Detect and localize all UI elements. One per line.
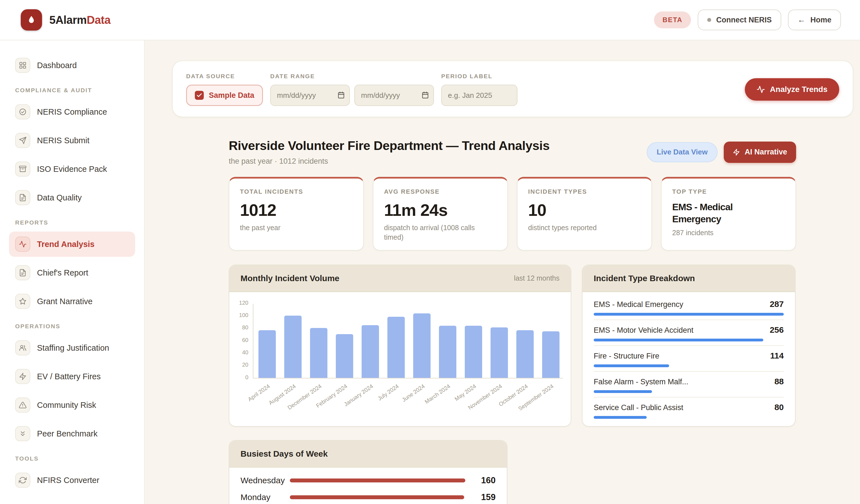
sidebar-item-label: Chief's Report — [37, 268, 88, 277]
day-bar-track — [290, 478, 465, 483]
ai-narrative-button[interactable]: AI Narrative — [724, 142, 796, 163]
month-bar — [516, 330, 534, 378]
month-bar — [542, 331, 559, 378]
day-name: Monday — [241, 492, 290, 502]
month-bar — [258, 330, 276, 378]
sample-data-label: Sample Data — [209, 91, 254, 100]
sidebar-item-label: Staffing Justification — [37, 343, 109, 352]
file-icon — [15, 190, 30, 205]
app-logo — [21, 9, 42, 31]
sidebar-item-chiefs-report[interactable]: Chief's Report — [9, 260, 135, 285]
stat-sub: distinct types reported — [528, 223, 629, 233]
monthly-incident-volume-panel: Monthly Incident Volume last 12 months 0… — [229, 264, 571, 427]
month-bar — [439, 326, 456, 378]
star-icon — [15, 294, 30, 309]
sidebar-item-trend-analysis[interactable]: Trend Analysis — [9, 232, 135, 257]
sidebar-item-dashboard[interactable]: Dashboard — [9, 53, 135, 78]
sidebar-item-label: NFIRS Converter — [37, 476, 99, 485]
incident-type-name: EMS - Medical Emergency — [594, 300, 684, 309]
sidebar-item-label: Dashboard — [37, 61, 77, 70]
live-data-view-label: Live Data View — [657, 148, 708, 156]
stat-sub: dispatch to arrival (1008 calls timed) — [384, 223, 485, 242]
sidebar-item-neris-compliance[interactable]: NERIS Compliance — [9, 99, 135, 125]
incident-type-count: 114 — [770, 351, 784, 360]
period-input[interactable] — [441, 85, 517, 106]
sidebar-item-label: NERIS Submit — [37, 136, 89, 145]
y-tick-label: 80 — [242, 324, 248, 331]
stat-sub: 287 incidents — [672, 228, 773, 238]
data-source-label: DATA SOURCE — [186, 73, 263, 80]
sidebar-item-label: EV / Battery Fires — [37, 372, 101, 381]
page-subtitle: the past year · 1012 incidents — [229, 157, 550, 165]
sidebar-section-compliance: COMPLIANCE & AUDIT — [15, 87, 129, 93]
incident-type-bar — [594, 364, 669, 367]
stat-card-avg-response: AVG RESPONSE 11m 24s dispatch to arrival… — [373, 177, 508, 250]
incident-type-count: 88 — [774, 377, 784, 386]
stat-card-incident-types: INCIDENT TYPES 10 distinct types reporte… — [517, 177, 652, 250]
y-axis: 020406080100120 — [236, 304, 253, 378]
home-button[interactable]: ← Home — [788, 10, 841, 30]
stat-label: TOP TYPE — [672, 188, 785, 196]
home-label: Home — [811, 16, 831, 24]
x-tick-label: July 2024 — [377, 383, 400, 402]
monthly-incident-volume-chart: 020406080100120 April 2024August 2024Dec… — [229, 292, 571, 414]
x-tick-label: May 2024 — [454, 383, 477, 402]
stat-card-top-type: TOP TYPE EMS - Medical Emergency 287 inc… — [661, 177, 796, 250]
grid-icon — [15, 58, 30, 73]
sample-data-checkbox[interactable] — [195, 91, 204, 100]
incident-type-count: 80 — [774, 403, 784, 412]
sidebar-item-nfirs-converter[interactable]: NFIRS Converter — [9, 467, 135, 493]
date-range-label: DATE RANGE — [270, 73, 434, 80]
top-header: 5AlarmData BETA Connect NERIS ← Home — [0, 0, 860, 40]
stat-value: 10 — [528, 200, 641, 220]
date-end-input[interactable] — [354, 85, 434, 106]
connect-neris-label: Connect NERIS — [716, 16, 772, 24]
incident-type-count: 256 — [770, 325, 784, 335]
beta-badge: BETA — [654, 12, 691, 28]
month-bar — [310, 328, 327, 378]
sidebar-item-label: Trend Analysis — [37, 240, 95, 249]
sidebar-item-grant-narrative[interactable]: Grant Narrative — [9, 289, 135, 314]
sidebar-item-data-quality[interactable]: Data Quality — [9, 185, 135, 210]
stat-sub: the past year — [240, 223, 341, 233]
sample-data-toggle[interactable]: Sample Data — [186, 85, 263, 106]
incident-type-bar — [594, 313, 784, 316]
zap-icon — [15, 369, 30, 384]
stat-value: 11m 24s — [384, 200, 497, 220]
y-tick-label: 20 — [242, 362, 248, 368]
live-data-view-button[interactable]: Live Data View — [647, 142, 718, 162]
stat-value: EMS - Medical Emergency — [672, 201, 748, 225]
stat-value: 1012 — [240, 200, 353, 220]
activity-icon — [15, 236, 30, 252]
incident-type-row: EMS - Motor Vehicle Accident256 — [594, 320, 784, 346]
day-row: Monday159 — [241, 489, 496, 504]
incident-type-name: Fire - Structure Fire — [594, 352, 659, 360]
incident-type-bar — [594, 390, 652, 393]
sidebar-section-operations: OPERATIONS — [15, 323, 129, 330]
main-content: DATA SOURCE Sample Data DATE RANGE — [145, 40, 860, 504]
incident-type-breakdown-list: EMS - Medical Emergency287EMS - Motor Ve… — [583, 292, 795, 426]
analyze-trends-button[interactable]: Analyze Trends — [745, 78, 839, 101]
month-bar — [490, 327, 508, 378]
connect-neris-button[interactable]: Connect NERIS — [698, 10, 781, 30]
sidebar-item-label: ISO Evidence Pack — [37, 164, 107, 174]
sidebar-item-iso-evidence-pack[interactable]: ISO Evidence Pack — [9, 156, 135, 182]
sidebar-item-neris-submit[interactable]: NERIS Submit — [9, 128, 135, 153]
incident-type-count: 287 — [770, 299, 784, 309]
file-icon — [15, 265, 30, 280]
month-bar — [387, 317, 405, 378]
panel-title: Busiest Days of Week — [241, 449, 328, 459]
ai-narrative-label: AI Narrative — [745, 148, 787, 156]
sidebar-item-staffing-justification[interactable]: Staffing Justification — [9, 335, 135, 360]
send-icon — [15, 133, 30, 148]
x-tick: January 2024 — [361, 381, 378, 413]
panel-subtitle: last 12 months — [514, 274, 559, 282]
stat-card-total-incidents: TOTAL INCIDENTS 1012 the past year — [229, 177, 364, 250]
month-bar — [362, 325, 379, 378]
incident-type-bar — [594, 416, 647, 419]
sidebar-item-peer-benchmark[interactable]: Peer Benchmark — [9, 421, 135, 446]
sidebar-item-ev-battery-fires[interactable]: EV / Battery Fires — [9, 364, 135, 389]
bars-area — [253, 304, 563, 378]
date-start-input[interactable] — [270, 85, 350, 106]
sidebar-item-community-risk[interactable]: Community Risk — [9, 392, 135, 418]
